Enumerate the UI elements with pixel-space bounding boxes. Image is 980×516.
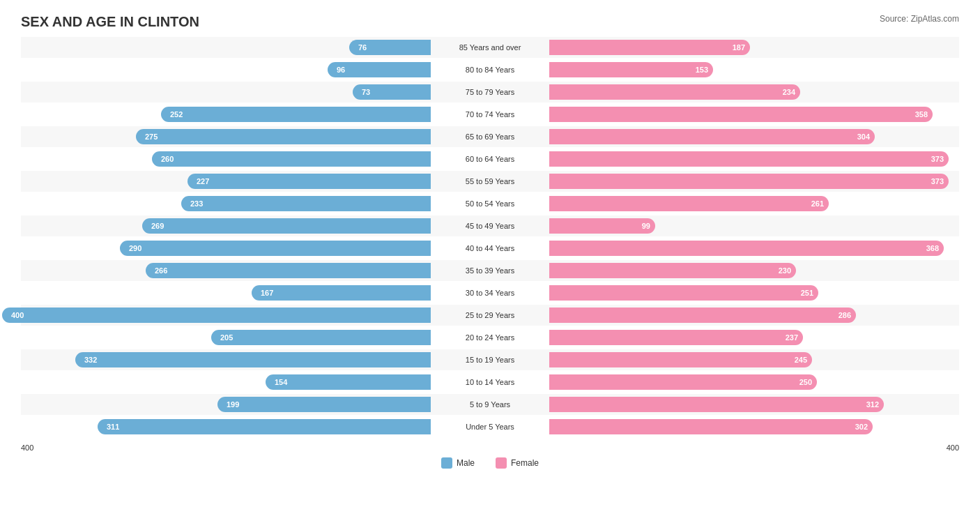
- male-section: 167: [21, 283, 434, 303]
- female-bar: 312: [549, 397, 884, 412]
- male-value: 227: [192, 177, 209, 185]
- male-value: 266: [150, 266, 167, 275]
- male-section: 73: [21, 82, 434, 102]
- legend-female-color: [496, 457, 507, 469]
- female-section: 99: [546, 216, 959, 236]
- male-value: 205: [215, 333, 233, 342]
- table-row: 1995 to 9 Years312: [21, 394, 959, 415]
- table-row: 26060 to 64 Years373: [21, 149, 959, 169]
- male-value: 154: [270, 378, 287, 386]
- female-value: 286: [839, 311, 856, 319]
- female-value: 373: [931, 177, 949, 185]
- male-section: 311: [21, 417, 434, 437]
- male-section: 76: [21, 38, 434, 57]
- male-section: 154: [21, 372, 434, 392]
- male-bar: 260: [152, 151, 431, 167]
- female-bar: 251: [549, 285, 818, 301]
- male-value: 275: [140, 132, 158, 141]
- male-section: 252: [21, 105, 434, 124]
- male-section: 96: [21, 60, 434, 79]
- table-row: 23350 to 54 Years261: [21, 193, 959, 214]
- age-label: Under 5 Years: [434, 423, 546, 431]
- male-section: 400: [21, 305, 434, 325]
- table-row: 29040 to 44 Years368: [21, 238, 959, 259]
- table-row: 7375 to 79 Years234: [21, 82, 959, 103]
- male-value: 260: [156, 155, 174, 163]
- female-section: 373: [546, 149, 959, 169]
- female-section: 286: [546, 305, 959, 325]
- male-bar: 167: [252, 285, 431, 301]
- female-value: 368: [926, 244, 944, 252]
- female-section: 358: [546, 105, 959, 124]
- male-section: 233: [21, 194, 434, 213]
- female-value: 245: [795, 356, 812, 364]
- age-label: 35 to 39 Years: [434, 266, 546, 275]
- female-bar: 358: [549, 107, 933, 122]
- female-value: 373: [931, 155, 949, 163]
- table-row: 311Under 5 Years302: [21, 416, 959, 437]
- female-section: 234: [546, 82, 959, 102]
- age-label: 85 Years and over: [434, 43, 546, 52]
- age-label: 65 to 69 Years: [434, 132, 546, 141]
- female-value: 304: [857, 132, 875, 141]
- male-bar: 400: [2, 308, 431, 323]
- male-value: 252: [165, 110, 183, 119]
- male-section: 199: [21, 395, 434, 414]
- female-value: 99: [642, 222, 655, 230]
- age-label: 45 to 49 Years: [434, 222, 546, 230]
- age-label: 10 to 14 Years: [434, 378, 546, 386]
- legend-female: Female: [496, 457, 539, 469]
- legend-male: Male: [441, 457, 475, 469]
- table-row: 22755 to 59 Years373: [21, 171, 959, 192]
- male-value: 400: [6, 311, 24, 319]
- male-section: 269: [21, 216, 434, 236]
- legend-male-label: Male: [457, 458, 475, 468]
- male-bar: 275: [136, 129, 431, 144]
- male-value: 167: [256, 289, 273, 297]
- female-value: 302: [855, 423, 873, 431]
- male-bar: 266: [146, 263, 431, 278]
- male-bar: 199: [217, 397, 431, 412]
- chart-container: SEX AND AGE IN CLINTON Source: ZipAtlas.…: [0, 0, 980, 516]
- female-bar: 261: [549, 196, 829, 211]
- female-section: 261: [546, 194, 959, 213]
- male-section: 227: [21, 172, 434, 191]
- female-value: 251: [801, 289, 818, 297]
- axis-left-label: 400: [21, 443, 33, 452]
- female-bar: 237: [549, 330, 803, 345]
- male-value: 199: [222, 400, 239, 409]
- male-value: 96: [332, 66, 345, 74]
- female-section: 187: [546, 38, 959, 57]
- rows-wrapper: 7685 Years and over1879680 to 84 Years15…: [21, 37, 959, 437]
- male-bar: 290: [120, 241, 431, 256]
- table-row: 15410 to 14 Years250: [21, 372, 959, 393]
- female-section: 251: [546, 283, 959, 303]
- table-row: 40025 to 29 Years286: [21, 305, 959, 326]
- male-bar: 154: [266, 374, 431, 390]
- chart-area: 7685 Years and over1879680 to 84 Years15…: [21, 37, 959, 469]
- female-value: 187: [733, 43, 750, 52]
- female-value: 358: [915, 110, 933, 119]
- female-section: 245: [546, 350, 959, 370]
- female-value: 261: [811, 199, 829, 208]
- female-bar: 153: [549, 62, 713, 77]
- male-section: 290: [21, 238, 434, 258]
- female-section: 304: [546, 127, 959, 146]
- female-section: 368: [546, 238, 959, 258]
- source-text: Source: ZipAtlas.com: [880, 14, 959, 24]
- table-row: 7685 Years and over187: [21, 37, 959, 58]
- male-section: 332: [21, 350, 434, 370]
- male-value: 73: [357, 88, 370, 96]
- table-row: 26945 to 49 Years99: [21, 215, 959, 236]
- male-value: 269: [146, 222, 164, 230]
- male-value: 311: [102, 423, 119, 431]
- male-bar: 96: [328, 62, 431, 77]
- legend-female-label: Female: [511, 458, 539, 468]
- female-bar: 230: [549, 263, 796, 278]
- female-bar: 368: [549, 241, 944, 256]
- female-bar: 373: [549, 151, 949, 167]
- table-row: 33215 to 19 Years245: [21, 349, 959, 370]
- male-bar: 227: [187, 174, 431, 189]
- age-label: 40 to 44 Years: [434, 244, 546, 252]
- male-section: 205: [21, 328, 434, 347]
